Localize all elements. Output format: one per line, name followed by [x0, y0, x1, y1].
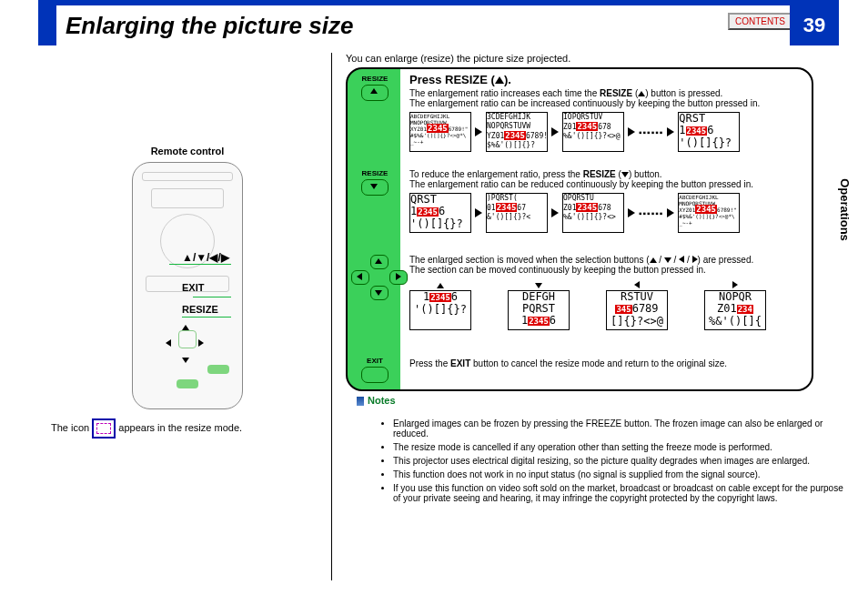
- lead-line-resize: [182, 317, 231, 318]
- notes-list: Enlarged images can be frozen by pressin…: [357, 418, 848, 507]
- left-column: Remote control: [51, 91, 324, 409]
- note-item: This function does not work in no input …: [393, 469, 848, 479]
- exit-caption: EXIT: [182, 282, 204, 293]
- reduce-sequence: QRST123456'()[]{}? )PQRST(01234567&'()[]…: [409, 193, 801, 233]
- lead-line-exit: [193, 297, 231, 297]
- title-accent: [38, 5, 56, 45]
- note-item: This projector uses electrical digital r…: [393, 456, 848, 466]
- arrow-right-icon: [551, 208, 559, 217]
- arrow-right-icon: [475, 127, 482, 136]
- sample-zoom-4b: QRST123456'()[]{}?: [409, 193, 471, 233]
- pan-right: NOPQRZ01234%&'()[]{: [704, 280, 766, 330]
- dpad-caption: ▲/▼/◀/▶: [182, 251, 229, 264]
- chevron-up-icon: [495, 76, 504, 84]
- sample-zoom-1b: ABCDEFGHIJKLMNOPQRSTUVWXYZ0123456789!"#$…: [678, 193, 740, 233]
- note-item: Enlarged images can be frozen by pressin…: [393, 418, 848, 439]
- resize-up-button-icon: [361, 85, 389, 101]
- resize-up-group: RESIZE: [357, 75, 393, 103]
- remote-row-resize: [146, 379, 229, 388]
- arrow-right-icon: [551, 127, 559, 136]
- resize-caption: RESIZE: [182, 304, 218, 315]
- dpad-icon-group: [351, 255, 406, 300]
- sample-zoom-2: 3CDEFGHIJKNOPQRSTUVWYZ0123456789!$%&'()[…: [486, 112, 548, 152]
- sample-zoom-1: ABCDEFGHIJKLMNOPQRSTUVWXYZ0123456789!"#$…: [409, 112, 471, 152]
- pan-left: RSTUV3456789[]{}?<>@: [606, 280, 668, 330]
- contents-button[interactable]: CONTENTS: [728, 13, 792, 30]
- resize-down-button-icon: [361, 179, 389, 196]
- step-4: Press the EXIT button to cancel the resi…: [409, 358, 801, 368]
- notes-heading: Notes: [357, 395, 396, 406]
- chevron-down-icon: [621, 172, 629, 177]
- arrow-right-icon: [667, 208, 674, 217]
- arrow-right-icon: [667, 127, 674, 136]
- remote-dpad: [166, 318, 209, 361]
- sample-zoom-3: IOPQRSTUVZ012345678%&'()[]{}?<>@: [562, 112, 624, 152]
- resize-down-group: RESIZE: [357, 169, 393, 197]
- enlarge-sequence: ABCDEFGHIJKLMNOPQRSTUVWXYZ0123456789!"#$…: [409, 112, 801, 152]
- sample-zoom-3b: )PQRST(01234567&'()[]{}?<: [486, 193, 548, 233]
- column-divider: [331, 53, 332, 580]
- step-3: The enlarged section is moved when the s…: [409, 255, 801, 330]
- remote-laser-row: [151, 188, 224, 208]
- resize-button-highlight: [177, 379, 198, 388]
- sample-zoom-4: QRST123456'()[]{}?: [678, 112, 740, 152]
- dpad-right-icon: [198, 334, 204, 350]
- dpad-left-icon: [166, 334, 171, 350]
- section-tab: Operations: [821, 155, 868, 264]
- note-item: The resize mode is cancelled if any oper…: [393, 442, 848, 452]
- remote-row-menu: [146, 365, 229, 374]
- exit-group: EXIT: [357, 357, 393, 385]
- up-triangle-icon: [650, 257, 657, 263]
- down-triangle-icon: [664, 257, 671, 263]
- step-2: To reduce the enlargement ratio, press t…: [409, 169, 801, 233]
- remote-control-label: Remote control: [51, 146, 324, 156]
- page-number: 39: [790, 5, 839, 45]
- pan-up: 123456'()[]{}?: [409, 280, 471, 330]
- resize-mode-icon: [92, 418, 116, 439]
- arrow-right-icon: [475, 208, 482, 217]
- pan-sequence: 123456'()[]{}? DEFGHPQRST123456 RSTUV345…: [409, 280, 801, 330]
- intro-text: You can enlarge (resize) the picture siz…: [346, 53, 570, 64]
- ellipsis: ▪▪▪▪▪▪: [639, 208, 663, 218]
- remote-top-row: [142, 172, 233, 181]
- dpad-center: [178, 330, 197, 348]
- exit-button-highlight: [207, 365, 229, 374]
- exit-button-icon: [361, 367, 389, 383]
- ellipsis: ▪▪▪▪▪▪: [639, 127, 663, 137]
- arrow-right-icon: [628, 208, 635, 217]
- note-item: If you use this function on video soft s…: [393, 483, 848, 503]
- notes-icon: [357, 397, 364, 406]
- page-title: Enlarging the picture size: [66, 12, 353, 40]
- title-bar: Enlarging the picture size: [38, 5, 839, 45]
- pan-down: DEFGHPQRST123456: [508, 280, 570, 330]
- step-1-heading: Press RESIZE ().: [409, 73, 801, 86]
- sample-zoom-2b: OPQRSTUZ012345678%&'()[]{}?<>: [562, 193, 624, 233]
- step-1: Press RESIZE (). The enlargement ratio i…: [409, 73, 801, 152]
- resize-icon-note: The icon appears in the resize mode.: [51, 418, 242, 439]
- lead-line-dpad: [169, 264, 231, 265]
- manual-page: Enlarging the picture size CONTENTS 39 O…: [0, 0, 868, 615]
- arrow-right-icon: [628, 127, 635, 136]
